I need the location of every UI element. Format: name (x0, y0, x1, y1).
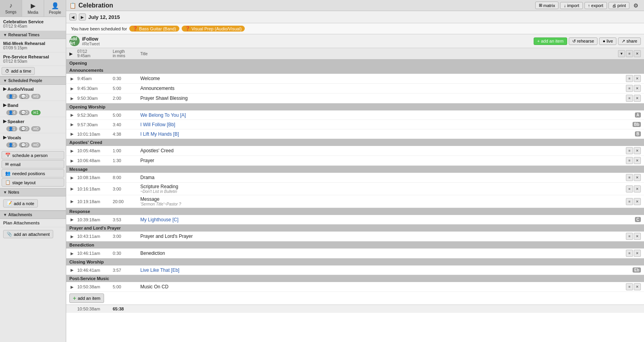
badge-av-comment: 💬0 (19, 94, 30, 99)
section-header-closing-worship: Closing Worship (66, 258, 644, 265)
add-item-button[interactable]: + add an item (534, 37, 567, 45)
play-button[interactable]: ▶ (69, 250, 75, 256)
matrix-button[interactable]: ⊞ matrix (535, 2, 559, 9)
play-button[interactable]: ▶ (69, 175, 75, 180)
play-button[interactable]: ▶ (69, 199, 75, 204)
plan-title-area: 📋 Celebration (69, 2, 535, 9)
scheduled-badge-bass-guitar[interactable]: ❓ Bass Guitar (Band) (129, 26, 179, 32)
share-button[interactable]: ↗ share (618, 37, 641, 45)
play-button[interactable]: ▶ (69, 148, 75, 153)
play-button[interactable]: ▶ (69, 158, 75, 163)
add-time-button[interactable]: ⏱ add a time (2, 67, 35, 75)
people-group-header-av[interactable]: ▶ Audio/Visual (0, 85, 66, 93)
row-title: Music On CD (140, 284, 609, 290)
live-button[interactable]: ● live (599, 37, 616, 45)
email-button[interactable]: ✉ email (2, 160, 64, 168)
row-action-btn[interactable]: ≡ (626, 185, 633, 192)
row-action-btn[interactable]: ✕ (634, 95, 641, 102)
play-button[interactable]: ▶ (69, 217, 75, 222)
rehearsal-times-header[interactable]: ▼ Rehearsal Times (0, 31, 66, 39)
sidebar-item-songs[interactable]: ♪ Songs (0, 0, 22, 17)
attachments-header[interactable]: ▼ Attachments (0, 211, 66, 219)
row-action-btn[interactable]: ✕ (634, 174, 641, 181)
stage-layout-button[interactable]: 📋 stage layout (2, 178, 64, 187)
row-action-btn[interactable]: ≡ (626, 157, 633, 164)
triangle-icon: ▶ (3, 86, 6, 92)
row-actions: ≡ ✕ (609, 233, 641, 240)
table-row: ▶ 9:57:30am 3:40 I Will Follow [Bb] Bb (66, 120, 644, 129)
row-time: 9:52:30am (77, 113, 113, 118)
people-group-header-band[interactable]: ▶ Band (0, 101, 66, 109)
schedule-person-button[interactable]: 📅 schedule a person (2, 151, 64, 159)
row-action-btn[interactable]: ✕ (634, 85, 641, 92)
service-date: 07/12 9:45am (3, 24, 63, 28)
add-item-button[interactable]: + add an item (69, 293, 104, 303)
play-button[interactable]: ▶ (69, 112, 75, 118)
sidebar-item-people[interactable]: 👤 People (44, 0, 66, 17)
row-action-btn[interactable]: ✕ (634, 185, 641, 192)
col-btn-3[interactable]: ✕ (634, 50, 641, 57)
section-header-response: Response (66, 208, 644, 215)
row-action-btn[interactable]: ≡ (626, 233, 633, 240)
row-action-btn[interactable]: ≡ (626, 85, 633, 92)
row-action-btn[interactable]: ≡ (626, 198, 633, 205)
row-action-btn[interactable]: ✕ (634, 147, 641, 154)
row-length: 1:30 (113, 158, 140, 163)
people-group-header-vocals[interactable]: ▶ Vocals (0, 133, 66, 142)
section-header-post-service: Post-Service Music (66, 275, 644, 282)
row-action-btn[interactable]: ✕ (634, 283, 641, 290)
play-button[interactable]: ▶ (69, 131, 75, 137)
rehearse-button[interactable]: ↺ rehearse (569, 37, 597, 45)
row-title: Benediction (140, 250, 609, 256)
row-actions: Bb (609, 122, 641, 127)
row-action-btn[interactable]: ≡ (626, 250, 633, 257)
question-icon: ❓ (185, 26, 190, 31)
row-action-btn[interactable]: ≡ (626, 147, 633, 154)
scheduled-badge-visual-prep[interactable]: ❓ Visual Prep (Audio/Visual) (182, 26, 245, 32)
add-attachment-button[interactable]: 📎 add an attachment (3, 230, 53, 238)
rehearsal-name-midweek: Mid-Week Rehearsal (3, 41, 63, 46)
sidebar-item-media[interactable]: ▶ Media (22, 0, 44, 17)
add-item-row: + add an item (66, 292, 644, 305)
play-button[interactable]: ▶ (69, 95, 75, 101)
needed-positions-button[interactable]: 👥 needed positions (2, 169, 64, 178)
ifollow-icon[interactable]: Add Art (69, 36, 80, 46)
print-button[interactable]: 🖨 print (609, 2, 629, 9)
row-action-btn[interactable]: ✕ (634, 157, 641, 164)
col-btn-1[interactable]: ▼ (618, 50, 625, 57)
play-button[interactable]: ▶ (69, 267, 75, 273)
play-button[interactable]: ▶ (69, 86, 75, 91)
badge-band-email: ✉1 (31, 110, 41, 115)
row-action-btn[interactable]: ✕ (634, 198, 641, 205)
row-action-btn[interactable]: ✕ (634, 250, 641, 257)
row-action-btn[interactable]: ≡ (626, 75, 633, 82)
row-action-btn[interactable]: ✕ (634, 233, 641, 240)
row-action-btn[interactable]: ≡ (626, 174, 633, 181)
play-button[interactable]: ▶ (69, 122, 75, 127)
play-button[interactable]: ▶ (69, 76, 75, 81)
row-action-btn[interactable]: ✕ (634, 75, 641, 82)
play-button[interactable]: ▶ (69, 234, 75, 239)
row-action-btn[interactable]: ≡ (626, 283, 633, 290)
people-group-header-speaker[interactable]: ▶ Speaker (0, 117, 66, 125)
play-button[interactable]: ▶ (69, 284, 75, 290)
prev-button[interactable]: ◀ (69, 13, 76, 21)
plan-icon: 📋 (69, 2, 76, 9)
next-button[interactable]: ▶ (79, 13, 86, 21)
section-header-prayer-lords: Prayer and Lord's Prayer (66, 224, 644, 232)
row-time: 10:06:48am (77, 158, 113, 163)
export-button[interactable]: ↑ export (584, 2, 607, 9)
play-button[interactable]: ▶ (69, 186, 75, 192)
people-group-badges-speaker: 👤1 💬0 ✉0 (0, 125, 66, 133)
col-btn-2[interactable]: ≡ (626, 50, 633, 57)
add-note-button[interactable]: 📝 add a note (3, 199, 38, 207)
settings-button[interactable]: ⚙ (631, 2, 641, 9)
import-button[interactable]: ↓ import (560, 2, 583, 9)
row-time: 10:43:11am (77, 234, 113, 239)
scheduled-people-header[interactable]: ▼ Scheduled People (0, 77, 66, 85)
note-icon: 📝 (7, 201, 12, 206)
row-action-btn[interactable]: ≡ (626, 95, 633, 102)
row-title: Drama (140, 175, 609, 180)
row-length: 5:00 (113, 284, 140, 289)
notes-header[interactable]: ▼ Notes (0, 188, 66, 196)
